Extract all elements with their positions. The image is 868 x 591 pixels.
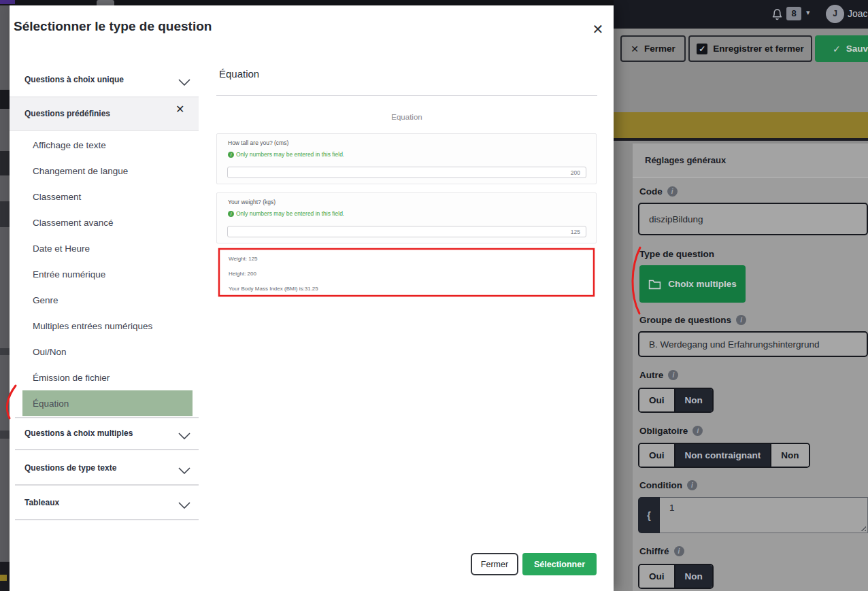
sidebar-fragment <box>0 201 10 227</box>
checkbox-check-icon: ✓ <box>697 44 707 54</box>
item-multiple-numerical[interactable]: Multiples entrées numériques <box>10 313 199 339</box>
group-predefined[interactable]: Questions prédéfinies ✕ <box>10 97 199 131</box>
question-header-bar <box>614 112 868 141</box>
code-label: Code i <box>639 186 678 197</box>
question-type-modal: Sélectionner le type de question ✕ Quest… <box>10 5 614 591</box>
check-icon: ✓ <box>833 44 841 54</box>
code-input[interactable] <box>638 203 868 235</box>
preview-question-title: How tall are you? (cms) <box>228 139 288 146</box>
condition-label: Condition i <box>639 480 697 490</box>
resize-handle[interactable] <box>859 524 866 531</box>
item-date-time[interactable]: Date et Heure <box>10 235 199 261</box>
brace-icon: { <box>638 497 660 533</box>
preview-question-card: How tall are you? (cms) i Only numbers m… <box>216 133 597 184</box>
item-yes-no[interactable]: Oui/Non <box>10 339 199 365</box>
preview-question-title: Your weight? (kgs) <box>228 199 276 205</box>
brand-chip <box>0 0 15 4</box>
group-single-choice[interactable]: Questions à choix unique <box>10 67 199 92</box>
close-editor-button[interactable]: ✕ Fermer <box>620 35 686 62</box>
divider <box>15 519 199 520</box>
general-settings-header[interactable]: Réglages généraux <box>633 143 868 178</box>
close-icon: ✕ <box>631 44 639 54</box>
sidebar-fragment <box>0 151 10 175</box>
preview-equation-result: Weight: 125 Height: 200 Your Body Mass I… <box>229 252 318 297</box>
item-ranking[interactable]: Classement <box>10 184 199 209</box>
encrypted-no-option[interactable]: Non <box>674 565 712 588</box>
user-name[interactable]: Joac <box>848 8 868 19</box>
group-arrays[interactable]: Tableaux <box>10 490 199 515</box>
info-icon[interactable]: i <box>692 426 703 436</box>
info-icon[interactable]: i <box>667 186 678 197</box>
notification-count-badge[interactable]: 8 <box>786 7 801 20</box>
notifications-bell-icon[interactable] <box>771 7 783 23</box>
folder-icon <box>648 279 661 290</box>
mandatory-yes-option[interactable]: Oui <box>639 444 674 467</box>
collapse-icon[interactable]: ✕ <box>176 103 184 116</box>
caret-down-icon[interactable]: ▾ <box>806 8 810 17</box>
group-multiple-choice[interactable]: Questions à choix multiples <box>10 421 199 445</box>
question-type-button[interactable]: Choix multiples <box>639 265 746 303</box>
mandatory-toggle: Oui Non contraignant Non <box>638 443 810 468</box>
modal-title: Sélectionner le type de question <box>14 19 212 34</box>
screen: 8 ▾ J Joac ✕ Fermer ✓ Enregistrer et fer… <box>0 0 868 591</box>
info-icon[interactable]: i <box>736 315 746 325</box>
modal-cancel-button[interactable]: Fermer <box>471 553 518 575</box>
item-file-upload[interactable]: Émission de fichier <box>10 365 199 390</box>
divider <box>15 449 199 450</box>
other-toggle: Oui Non <box>638 388 714 413</box>
info-icon: i <box>228 211 234 217</box>
encrypted-yes-option[interactable]: Oui <box>639 565 674 588</box>
group-text-questions[interactable]: Questions de type texte <box>10 456 199 480</box>
chevron-down-icon <box>178 76 190 88</box>
mandatory-no-option[interactable]: Non <box>770 444 808 467</box>
item-text-display[interactable]: Affichage de texte <box>10 132 199 158</box>
app-top-bar <box>0 0 614 5</box>
save-and-close-label: Enregistrer et fermer <box>713 44 804 54</box>
modal-select-button[interactable]: Sélectionner <box>522 553 597 575</box>
condition-input[interactable]: 1 <box>660 497 868 533</box>
preview-question-card: Your weight? (kgs) i Only numbers may be… <box>216 192 597 243</box>
mandatory-soft-option[interactable]: Non contraignant <box>674 444 771 467</box>
save-label: Sauveg <box>846 44 868 54</box>
sidebar-fragment <box>0 430 10 439</box>
encrypted-toggle: Oui Non <box>638 564 714 589</box>
chevron-down-icon <box>178 465 190 477</box>
top-navbar: 8 ▾ J Joac <box>614 0 868 29</box>
info-icon[interactable]: i <box>668 370 678 380</box>
item-language-switch[interactable]: Changement de langue <box>10 158 199 184</box>
preview-answer-input[interactable] <box>227 226 586 237</box>
item-equation-selected[interactable]: Équation <box>22 390 193 416</box>
info-icon[interactable]: i <box>687 480 697 490</box>
preview-question-help: i Only numbers may be entered in this fi… <box>228 151 344 158</box>
divider <box>216 95 597 96</box>
preview-answer-input[interactable] <box>227 167 586 178</box>
app-sidebar-fragment <box>0 5 10 591</box>
general-settings-panel: Réglages généraux Code i Type de questio… <box>633 143 868 591</box>
result-line: Your Body Mass Index (BMI) is:31.25 <box>229 282 318 297</box>
close-editor-label: Fermer <box>644 44 675 54</box>
result-line: Weight: 125 <box>229 252 318 267</box>
avatar[interactable]: J <box>826 5 844 23</box>
chevron-down-icon <box>178 430 190 442</box>
general-settings-title: Réglages généraux <box>645 155 726 165</box>
other-yes-option[interactable]: Oui <box>639 389 674 411</box>
divider <box>15 417 199 418</box>
info-icon[interactable]: i <box>674 546 684 556</box>
preview-question-help: i Only numbers may be entered in this fi… <box>228 210 344 217</box>
save-button[interactable]: ✓ Sauveg <box>815 35 868 62</box>
sidebar-fragment-accent <box>0 575 7 581</box>
mandatory-label: Obligatoire i <box>639 426 703 436</box>
save-and-close-button[interactable]: ✓ Enregistrer et fermer <box>688 35 812 62</box>
item-ranking-advanced[interactable]: Classement avancé <box>10 209 199 235</box>
result-line: Height: 200 <box>229 267 318 282</box>
other-no-option[interactable]: Non <box>674 389 712 411</box>
other-label: Autre i <box>639 370 678 380</box>
question-group-input[interactable] <box>638 331 868 357</box>
modal-close-icon[interactable]: ✕ <box>589 20 607 38</box>
item-numerical-input[interactable]: Entrée numérique <box>10 261 199 287</box>
sidebar-fragment <box>0 348 10 355</box>
question-group-label: Groupe de questions i <box>639 315 746 325</box>
sidebar-fragment <box>0 562 10 591</box>
item-gender[interactable]: Genre <box>10 287 199 313</box>
question-editor-background: 8 ▾ J Joac ✕ Fermer ✓ Enregistrer et fer… <box>614 0 868 591</box>
